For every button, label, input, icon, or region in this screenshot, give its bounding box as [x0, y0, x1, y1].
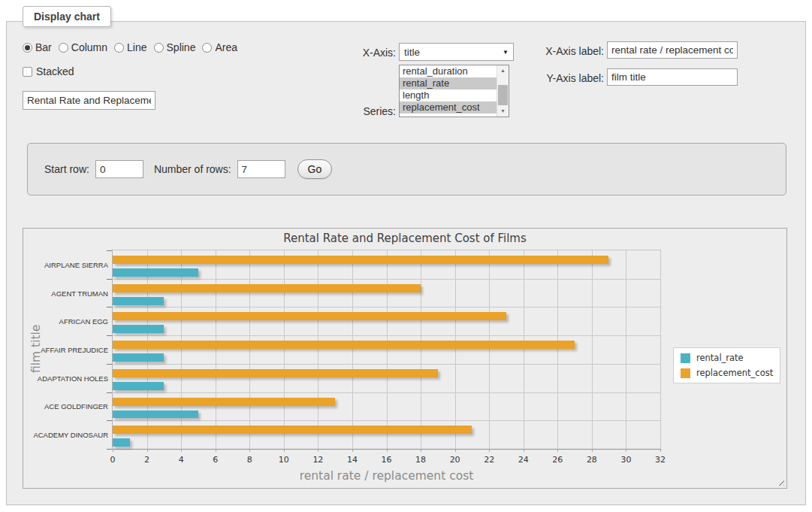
bar-rental_rate: [113, 411, 198, 419]
radio-area[interactable]: Area: [202, 41, 237, 53]
x-tick-label: 12: [312, 455, 323, 465]
series-list-label: Series:: [346, 105, 396, 117]
rows-panel: Start row: Number of rows: Go: [27, 143, 786, 195]
radio-column[interactable]: Column: [59, 41, 107, 53]
radio-spline[interactable]: Spline: [154, 41, 196, 53]
x-tick-mark: [489, 449, 490, 452]
y-tick-mark: [107, 449, 112, 450]
bar-replacement_cost: [113, 312, 506, 320]
bar-replacement_cost: [113, 284, 421, 292]
bar-rental_rate: [113, 297, 164, 305]
x-tick-mark: [147, 449, 148, 452]
bar-rental_rate: [113, 438, 130, 447]
y-tick-mark: [107, 250, 112, 251]
x-tick-label: 18: [415, 455, 426, 465]
radio-line[interactable]: Line: [114, 41, 146, 53]
num-rows-input[interactable]: [237, 160, 285, 178]
category-label: AFRICAN EGG: [59, 317, 108, 326]
gridline-vertical: [147, 250, 148, 449]
series-list-scrollbar[interactable]: ▲ ▼: [497, 65, 509, 117]
radio-line-label: Line: [127, 41, 146, 53]
x-axis-selected-value: title: [404, 47, 420, 58]
y-axis-label-label: Y-Axis label:: [532, 72, 604, 84]
scrollbar-thumb[interactable]: [498, 85, 508, 105]
start-row-label: Start row:: [44, 163, 89, 175]
radio-line-icon[interactable]: [114, 43, 124, 53]
chart-x-axis-label: rental rate / replacement cost: [300, 469, 474, 483]
x-tick-mark: [557, 449, 558, 452]
category-label: ACE GOLDFINGER: [44, 402, 108, 411]
bar-replacement_cost: [113, 426, 472, 434]
stacked-checkbox-row[interactable]: Stacked: [23, 65, 74, 77]
scroll-down-icon[interactable]: ▼: [497, 106, 509, 117]
stacked-label: Stacked: [36, 65, 74, 77]
x-axis-label-input[interactable]: [607, 41, 738, 59]
resize-handle-icon[interactable]: [776, 477, 784, 486]
stacked-checkbox[interactable]: [23, 67, 32, 77]
series-option-rental-rate[interactable]: rental_rate: [400, 77, 497, 89]
x-tick-mark: [387, 449, 388, 452]
display-chart-panel: Display chart Bar Column Line Spline Are…: [6, 21, 806, 505]
x-tick-label: 22: [484, 455, 494, 465]
y-tick-mark: [107, 420, 112, 421]
series-option-length[interactable]: length: [400, 89, 497, 101]
x-tick-mark: [181, 449, 182, 452]
y-tick-mark: [107, 392, 112, 393]
gridline-horizontal: [113, 307, 660, 308]
series-listbox[interactable]: rental_duration rental_rate length repla…: [399, 65, 509, 117]
x-tick-label: 4: [179, 455, 184, 465]
series-option-replacement-cost[interactable]: replacement_cost: [400, 101, 497, 114]
num-rows-label: Number of rows:: [154, 163, 231, 175]
chevron-down-icon: ▼: [503, 49, 509, 56]
gridline-vertical: [592, 250, 593, 449]
bar-replacement_cost: [113, 398, 335, 406]
radio-area-label: Area: [215, 41, 237, 53]
start-row-input[interactable]: [95, 160, 143, 178]
x-tick-mark: [352, 449, 353, 452]
gridline-vertical: [626, 250, 626, 449]
gridline-vertical: [557, 250, 558, 449]
x-tick-mark: [216, 449, 216, 452]
x-tick-mark: [284, 449, 285, 452]
legend-item: rental_rate: [681, 353, 773, 363]
x-tick-label: 8: [247, 455, 252, 465]
gridline-vertical: [387, 250, 388, 449]
x-tick-mark: [660, 449, 661, 452]
gridline-horizontal: [113, 364, 660, 365]
gridline-vertical: [318, 250, 318, 449]
bar-rental_rate: [113, 353, 164, 362]
y-tick-mark: [107, 335, 112, 336]
x-tick-label: 6: [213, 455, 218, 465]
radio-bar[interactable]: Bar: [23, 41, 52, 53]
chart-title-input[interactable]: [23, 91, 155, 110]
radio-bar-label: Bar: [35, 41, 52, 53]
radio-bar-icon[interactable]: [23, 43, 32, 53]
gridline-vertical: [421, 250, 421, 449]
x-tick-label: 0: [110, 455, 116, 465]
chart-legend: rental_ratereplacement_cost: [673, 347, 780, 383]
legend-swatch-icon: [681, 353, 690, 363]
y-tick-mark: [107, 279, 112, 280]
legend-label: replacement_cost: [696, 368, 773, 378]
gridline-horizontal: [113, 420, 660, 421]
bar-rental_rate: [113, 382, 164, 390]
category-label: ADAPTATION HOLES: [38, 374, 108, 382]
x-tick-mark: [249, 449, 250, 452]
chart-container: Rental Rate and Replacement Cost of Film…: [23, 228, 787, 489]
radio-column-label: Column: [71, 41, 107, 53]
radio-spline-icon[interactable]: [154, 43, 164, 53]
radio-column-icon[interactable]: [59, 43, 68, 53]
scroll-up-icon[interactable]: ▲: [497, 65, 509, 76]
radio-area-icon[interactable]: [202, 43, 212, 53]
x-tick-mark: [113, 449, 113, 452]
bar-rental_rate: [113, 268, 198, 277]
y-axis-label-input[interactable]: [607, 68, 738, 86]
chart-title: Rental Rate and Replacement Cost of Film…: [23, 232, 786, 245]
bar-replacement_cost: [113, 256, 608, 264]
go-button[interactable]: Go: [297, 159, 333, 179]
x-tick-label: 26: [552, 455, 563, 465]
gridline-vertical: [489, 250, 490, 449]
x-axis-select[interactable]: title ▼: [399, 43, 514, 61]
panel-title: Display chart: [23, 6, 111, 27]
series-option-rental-duration[interactable]: rental_duration: [400, 65, 497, 77]
